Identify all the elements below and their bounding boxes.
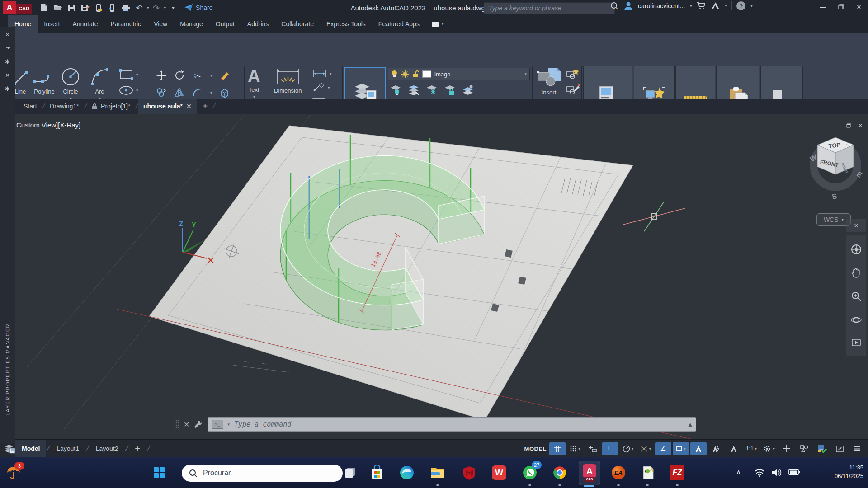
open-from-mobile-button[interactable] (92, 1, 105, 14)
isometric-drafting-toggle[interactable]: ▾ (637, 442, 654, 455)
palette2-close-icon[interactable]: ✕ (5, 71, 10, 79)
rectangle-button[interactable] (118, 69, 134, 80)
insert-block-button[interactable]: Insert ▾ (536, 67, 561, 102)
chrome-icon[interactable] (551, 464, 569, 482)
edit-block-button[interactable] (566, 83, 580, 95)
layer-freeze-button[interactable] (426, 85, 438, 96)
new-file-button[interactable] (38, 1, 51, 14)
annotation-scale-icon[interactable] (726, 442, 742, 455)
fillet-caret[interactable]: ▾ (210, 90, 212, 95)
command-close-icon[interactable]: ✕ (184, 420, 189, 429)
rectangle-caret[interactable]: ▾ (136, 72, 138, 77)
showmotion-icon[interactable] (852, 338, 861, 347)
file-tab-start[interactable]: Start (18, 99, 42, 114)
polar-tracking-toggle[interactable]: ▾ (620, 442, 636, 455)
undo-button[interactable]: ↶ (133, 1, 146, 14)
command-tools-icon[interactable] (194, 420, 203, 429)
tab-manage[interactable]: Manage (174, 15, 209, 33)
mcafee-icon[interactable] (460, 464, 478, 482)
leader-caret[interactable]: ▾ (328, 85, 330, 90)
tab-layout1[interactable]: Layout1 (50, 440, 85, 458)
save-to-mobile-button[interactable] (106, 1, 118, 14)
redo-button[interactable]: ↷ (150, 1, 163, 14)
viewcube[interactable]: W S E TOP FRONT RIGHT (804, 130, 867, 214)
ea-app-icon[interactable]: EA (609, 464, 627, 482)
layer-off-button[interactable] (390, 85, 401, 96)
tab-view[interactable]: View (147, 15, 174, 33)
command-prompt-icon[interactable]: >_ (212, 420, 223, 429)
restore-button[interactable] (832, 0, 850, 14)
task-view-button[interactable] (341, 464, 359, 482)
drawing-canvas[interactable]: 13.98 Z Y (0, 114, 868, 439)
autodesk-logo-icon[interactable] (710, 2, 720, 10)
battery-icon[interactable] (788, 468, 800, 476)
close-tab-icon[interactable]: ✕ (186, 103, 192, 110)
copy-button[interactable] (156, 87, 167, 99)
command-input-box[interactable]: >_ ▾ ▲ (208, 417, 696, 432)
plot-button[interactable] (119, 1, 132, 14)
tab-model[interactable]: Model (15, 440, 46, 458)
customization-gear-button[interactable]: ▾ (761, 442, 777, 455)
circle-button[interactable]: Circle ▾ (61, 67, 80, 101)
layout-quick-view-icon[interactable] (5, 444, 15, 454)
command-recent-caret[interactable]: ▾ (227, 422, 230, 427)
taskbar-clock[interactable]: 11:35 06/11/2025 (835, 464, 863, 481)
qat-customize-caret[interactable]: ▾̄ (167, 1, 179, 14)
tab-layout2[interactable]: Layout2 (90, 440, 125, 458)
mirror-button[interactable] (174, 87, 185, 99)
tab-express-tools[interactable]: Express Tools (320, 15, 372, 33)
isolate-objects-button[interactable] (796, 442, 812, 455)
filezilla-icon[interactable]: FZ (668, 464, 686, 482)
help-caret[interactable]: ▾ (750, 4, 753, 8)
help-icon[interactable]: ? (736, 1, 745, 10)
open-file-button[interactable] (52, 1, 64, 14)
tab-featured-apps[interactable]: Featured Apps (372, 15, 426, 33)
linear-dimension-caret[interactable]: ▾ (330, 71, 332, 76)
save-button[interactable] (65, 1, 78, 14)
palette-autohide-icon[interactable] (5, 44, 11, 52)
text-button[interactable]: A Text ▾ (248, 67, 260, 99)
tray-hidden-icons-button[interactable]: ∧ (736, 468, 741, 476)
help-search-input[interactable] (488, 4, 611, 12)
undo-caret[interactable]: ▾ (147, 5, 149, 10)
command-expand-icon[interactable]: ▲ (689, 422, 692, 427)
explode-button[interactable] (219, 87, 231, 99)
hardware-acceleration-button[interactable] (814, 442, 830, 455)
orbit-icon[interactable] (851, 314, 862, 325)
annotation-autoscale-toggle[interactable] (708, 442, 724, 455)
taskbar-search-input[interactable] (202, 469, 303, 478)
clean-screen-button[interactable] (831, 442, 848, 455)
autocad-taskbar-button[interactable]: ACAD (579, 461, 600, 485)
zoom-icon[interactable] (851, 291, 862, 302)
model-space-toggle[interactable]: MODEL (523, 442, 548, 455)
minimize-button[interactable]: — (814, 0, 832, 14)
object-snap-toggle[interactable]: ▾ (673, 442, 689, 455)
ellipse-caret[interactable]: ▾ (136, 88, 138, 93)
annotation-visibility-toggle[interactable] (690, 442, 707, 455)
autodesk-caret[interactable]: ▾ (725, 4, 727, 8)
tab-output[interactable]: Output (209, 15, 241, 33)
ellipse-button[interactable] (118, 85, 134, 96)
leader-button[interactable] (312, 83, 326, 92)
app-menu-button[interactable]: A CAD (3, 1, 32, 14)
viewport-minimize-button[interactable]: — (832, 122, 842, 129)
rotate-button[interactable] (174, 70, 185, 81)
save-as-button[interactable] (79, 1, 91, 14)
redo-caret[interactable]: ▾ (164, 5, 166, 10)
microsoft-store-icon[interactable] (368, 464, 386, 482)
wcs-selector[interactable]: WCS▾ (816, 213, 851, 226)
layer-dropdown[interactable]: image ▾ (388, 68, 530, 80)
erase-button[interactable] (219, 70, 231, 81)
tab-add-ins[interactable]: Add-ins (241, 15, 275, 33)
ortho-toggle[interactable]: ∟ (602, 442, 618, 455)
start-button[interactable] (150, 464, 168, 482)
volume-icon[interactable] (771, 468, 782, 477)
file-tab-uhouse-aula[interactable]: uhouse aula* ✕ (138, 99, 197, 114)
create-block-button[interactable] (566, 68, 580, 80)
trim-caret[interactable]: ▾ (210, 73, 212, 78)
tab-insert[interactable]: Insert (38, 15, 66, 33)
crosshair-button[interactable] (778, 442, 795, 455)
palette-properties-icon[interactable]: ✱ (5, 58, 10, 65)
fillet-button[interactable] (192, 87, 203, 99)
share-button[interactable]: Share (184, 4, 212, 12)
